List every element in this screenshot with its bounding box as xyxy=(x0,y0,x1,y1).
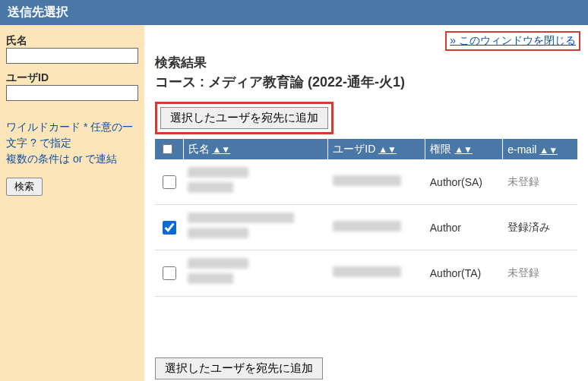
cell-role: Author xyxy=(425,205,503,250)
cell-name xyxy=(183,250,328,296)
col-role-label: 権限 xyxy=(430,143,451,155)
row-checkbox[interactable] xyxy=(163,175,176,189)
userid-label: ユーザID xyxy=(6,71,138,85)
name-input[interactable] xyxy=(6,48,138,64)
row-checkbox[interactable] xyxy=(163,266,176,280)
results-body: Author(SA) 未登録 Author 登録済み xyxy=(155,159,577,296)
add-selected-button-top[interactable]: 選択したユーザを宛先に追加 xyxy=(160,107,328,129)
cell-role: Author(TA) xyxy=(425,250,503,296)
add-selected-button-bottom[interactable]: 選択したユーザを宛先に追加 xyxy=(155,357,323,379)
window-header: 送信先選択 xyxy=(0,0,588,25)
add-button-highlight: 選択したユーザを宛先に追加 xyxy=(155,102,334,134)
header-title: 送信先選択 xyxy=(8,5,68,18)
table-row: Author(TA) 未登録 xyxy=(155,250,577,296)
results-heading: 検索結果 xyxy=(155,54,577,71)
help-line-1: ワイルドカード * 任意の一文字 ? で指定 xyxy=(6,121,133,149)
cell-role: Author(SA) xyxy=(425,159,503,205)
select-all-checkbox[interactable] xyxy=(163,144,172,154)
sort-icon[interactable]: ▲▼ xyxy=(378,144,397,155)
col-userid[interactable]: ユーザID ▲▼ xyxy=(328,139,425,159)
cell-userid xyxy=(328,159,425,205)
col-email-label: e-mail xyxy=(507,143,536,156)
cell-email: 登録済み xyxy=(503,205,577,250)
col-role[interactable]: 権限 ▲▼ xyxy=(425,139,503,159)
col-email[interactable]: e-mail ▲▼ xyxy=(503,139,577,159)
row-checkbox[interactable] xyxy=(163,221,176,235)
name-label: 氏名 xyxy=(6,34,138,48)
main-panel: » このウィンドウを閉じる 検索結果 コース : メディア教育論 (2022-通… xyxy=(144,25,588,381)
cell-userid xyxy=(328,250,425,296)
sort-icon[interactable]: ▲▼ xyxy=(212,144,230,155)
table-row: Author(SA) 未登録 xyxy=(155,159,577,205)
cell-name xyxy=(183,205,328,250)
col-name[interactable]: 氏名 ▲▼ xyxy=(183,139,328,159)
cell-userid xyxy=(328,205,425,250)
userid-input[interactable] xyxy=(6,85,138,101)
col-select-all[interactable] xyxy=(155,139,183,159)
close-window-link[interactable]: » このウィンドウを閉じる xyxy=(445,31,580,51)
col-name-label: 氏名 xyxy=(188,143,210,155)
cell-name xyxy=(183,159,328,205)
cell-email: 未登録 xyxy=(503,250,577,296)
help-text: ワイルドカード * 任意の一文字 ? で指定 複数の条件は or で連結 xyxy=(6,119,138,167)
results-table: 氏名 ▲▼ ユーザID ▲▼ 権限 ▲▼ e-mail ▲▼ xyxy=(155,139,577,297)
help-line-2: 複数の条件は or で連結 xyxy=(6,153,117,165)
sort-icon[interactable]: ▲▼ xyxy=(539,145,558,156)
course-label: コース : メディア教育論 (2022-通年-火1) xyxy=(155,73,577,91)
col-userid-label: ユーザID xyxy=(333,143,375,155)
content-area: 氏名 ユーザID ワイルドカード * 任意の一文字 ? で指定 複数の条件は o… xyxy=(0,25,588,381)
search-sidebar: 氏名 ユーザID ワイルドカード * 任意の一文字 ? で指定 複数の条件は o… xyxy=(0,25,144,381)
search-button[interactable]: 検索 xyxy=(6,178,43,196)
cell-email: 未登録 xyxy=(503,159,577,205)
sort-icon[interactable]: ▲▼ xyxy=(454,144,473,155)
table-row: Author 登録済み xyxy=(155,205,577,250)
